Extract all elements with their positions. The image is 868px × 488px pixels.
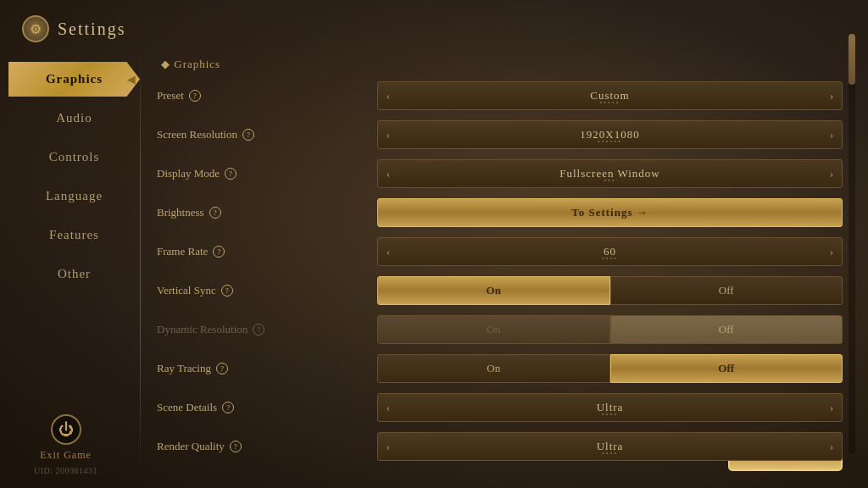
brightness-help-icon[interactable]: ? xyxy=(209,207,221,219)
sidebar-item-features[interactable]: Features xyxy=(8,218,140,252)
display-mode-help-icon[interactable]: ? xyxy=(225,168,236,180)
scene-details-selector[interactable]: ‹ Ultra › •••• xyxy=(377,393,843,422)
render-quality-selector[interactable]: ‹ Ultra › •••• xyxy=(377,432,843,461)
display-mode-label: Display Mode ? xyxy=(157,167,377,180)
sidebar-item-controls[interactable]: Controls xyxy=(8,140,140,175)
titlebar: ⚙ Settings xyxy=(8,8,860,49)
vertical-sync-row: Vertical Sync ? On Off xyxy=(157,274,843,307)
display-mode-row: Display Mode ? ‹ Fullscreen Window › ••• xyxy=(157,158,843,190)
dynamic-resolution-toggle: On Off xyxy=(377,315,843,344)
render-quality-label: Render Quality ? xyxy=(157,440,377,453)
preset-label: Preset ? xyxy=(157,89,377,103)
ray-tracing-toggle: On Off xyxy=(377,354,843,383)
section-header: ◆ Graphics xyxy=(157,58,843,71)
screen-resolution-help-icon[interactable]: ? xyxy=(242,129,254,141)
brightness-control: To Settings → xyxy=(377,198,843,227)
content-area: Graphics Audio Controls Language Feature… xyxy=(8,53,860,480)
scene-details-help-icon[interactable]: ? xyxy=(222,402,234,413)
display-mode-arrow-right[interactable]: › xyxy=(830,168,833,180)
dynamic-resolution-help-icon[interactable]: ? xyxy=(253,324,264,336)
display-mode-control: ‹ Fullscreen Window › ••• xyxy=(377,159,843,188)
sidebar-item-graphics[interactable]: Graphics xyxy=(8,62,140,97)
sidebar: Graphics Audio Controls Language Feature… xyxy=(8,53,140,480)
scene-details-arrow-right[interactable]: › xyxy=(830,402,833,414)
dynamic-resolution-row: Dynamic Resolution ? On Off xyxy=(157,313,843,346)
vertical-sync-control: On Off xyxy=(377,276,843,305)
preset-row: Preset ? ‹ Custom › ••••• xyxy=(157,80,843,112)
main-panel: ◆ Graphics Preset ? ‹ Custom › ••••• xyxy=(140,53,860,480)
preset-help-icon[interactable]: ? xyxy=(189,90,201,102)
ray-tracing-off-button[interactable]: Off xyxy=(610,354,843,383)
brightness-to-settings-button[interactable]: To Settings → xyxy=(377,198,843,227)
sidebar-item-audio[interactable]: Audio xyxy=(8,101,140,136)
vertical-sync-label: Vertical Sync ? xyxy=(157,284,377,297)
scene-details-row: Scene Details ? ‹ Ultra › •••• xyxy=(157,391,843,424)
scene-details-control: ‹ Ultra › •••• xyxy=(377,393,843,422)
dynamic-resolution-on-button[interactable]: On xyxy=(377,315,610,344)
preset-selector[interactable]: ‹ Custom › ••••• xyxy=(377,81,843,110)
screen-resolution-control: ‹ 1920X1080 › •••••• xyxy=(377,120,843,149)
vertical-sync-off-button[interactable]: Off xyxy=(610,276,843,305)
brightness-label: Brightness ? xyxy=(157,206,377,219)
dynamic-resolution-control: On Off xyxy=(377,315,843,344)
vertical-sync-help-icon[interactable]: ? xyxy=(221,285,233,297)
scrollbar[interactable] xyxy=(849,34,855,454)
ray-tracing-help-icon[interactable]: ? xyxy=(216,363,228,374)
render-quality-help-icon[interactable]: ? xyxy=(230,441,242,452)
preset-arrow-right[interactable]: › xyxy=(830,90,833,103)
window-title: Settings xyxy=(58,19,125,39)
brightness-row: Brightness ? To Settings → xyxy=(157,197,843,229)
dynamic-resolution-off-button[interactable]: Off xyxy=(610,315,843,344)
sidebar-item-other[interactable]: Other xyxy=(8,257,140,291)
frame-rate-help-icon[interactable]: ? xyxy=(213,246,225,258)
dynamic-resolution-label: Dynamic Resolution ? xyxy=(157,323,377,336)
screen-resolution-row: Screen Resolution ? ‹ 1920X1080 › •••••• xyxy=(157,119,843,151)
render-quality-control: ‹ Ultra › •••• xyxy=(377,432,843,461)
screen-resolution-selector[interactable]: ‹ 1920X1080 › •••••• xyxy=(377,120,843,149)
frame-rate-arrow-right[interactable]: › xyxy=(830,246,833,258)
ray-tracing-row: Ray Tracing ? On Off xyxy=(157,352,843,385)
scrollbar-thumb[interactable] xyxy=(849,34,855,85)
frame-rate-row: Frame Rate ? ‹ 60 › •••• xyxy=(157,236,843,268)
frame-rate-control: ‹ 60 › •••• xyxy=(377,237,843,266)
settings-window: ⚙ Settings Graphics Audio Controls Langu… xyxy=(8,8,860,480)
vertical-sync-on-button[interactable]: On xyxy=(377,276,610,305)
frame-rate-label: Frame Rate ? xyxy=(157,245,377,258)
ray-tracing-on-button[interactable]: On xyxy=(377,354,610,383)
ray-tracing-label: Ray Tracing ? xyxy=(157,362,377,375)
preset-control: ‹ Custom › ••••• xyxy=(377,81,843,110)
display-mode-selector[interactable]: ‹ Fullscreen Window › ••• xyxy=(377,159,843,188)
sidebar-item-language[interactable]: Language xyxy=(8,179,140,214)
render-quality-arrow-right[interactable]: › xyxy=(830,441,833,453)
screen-resolution-label: Screen Resolution ? xyxy=(157,128,377,141)
render-quality-row: Render Quality ? ‹ Ultra › •••• xyxy=(157,430,843,463)
ray-tracing-control: On Off xyxy=(377,354,843,383)
vertical-sync-toggle: On Off xyxy=(377,276,843,305)
frame-rate-selector[interactable]: ‹ 60 › •••• xyxy=(377,237,843,266)
screen-resolution-arrow-right[interactable]: › xyxy=(830,129,833,141)
scene-details-label: Scene Details ? xyxy=(157,401,377,414)
settings-icon: ⚙ xyxy=(22,15,49,42)
